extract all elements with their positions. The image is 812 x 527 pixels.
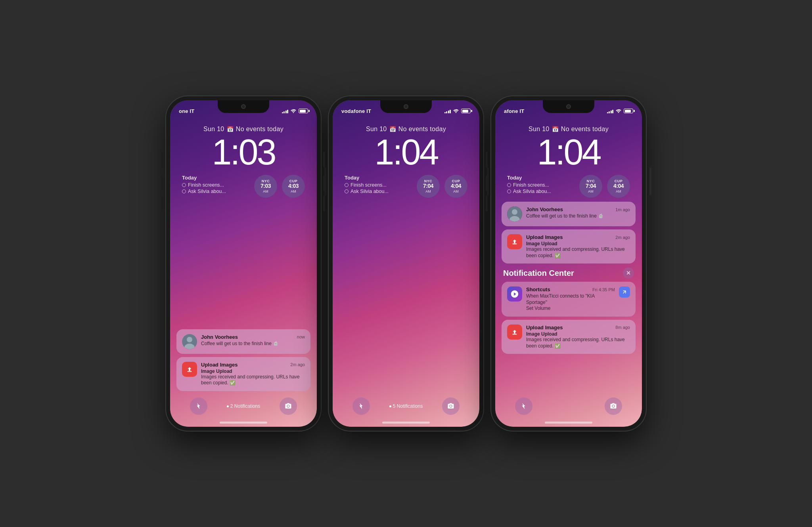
carrier-2: vodafone IT (341, 108, 371, 114)
camera-dot-2 (404, 104, 408, 109)
camera-button-1[interactable] (280, 397, 297, 415)
reminder-1-1: Finish screens... (182, 182, 249, 188)
notif-app-1-2: Upload Images (201, 362, 237, 368)
cup-clock-1: CUP 4:03 AM (282, 175, 305, 198)
nc-header-3: Notification Center ✕ (502, 267, 636, 279)
cup-ampm-2: AM (453, 189, 459, 193)
nyc-ampm-3: AM (588, 189, 594, 193)
notif-header-1-2: Upload Images 2m ago (201, 362, 305, 368)
phone-3: afone IT (491, 96, 646, 431)
notif-content-3-2: Upload Images 2m ago Image Upload Images… (526, 234, 630, 259)
notif-dot-1 (227, 405, 229, 407)
notif-body-1-2: Images received and compressing. URLs ha… (201, 374, 305, 386)
signal-bar-4 (287, 110, 288, 113)
notif-body-3-1: Coffee will get us to the finish line 🍵 (526, 213, 630, 220)
nc-upload-subtitle-3: Image Upload (526, 331, 630, 337)
cup-clock-2: CUP 4:04 AM (444, 175, 467, 198)
nc-title-3: Notification Center (503, 269, 574, 278)
shortcuts-header-3: Shortcuts Fri 4:35 PM (526, 286, 615, 292)
svg-point-1 (187, 337, 192, 342)
notif-count-1: 2 Notifications (227, 403, 260, 409)
cup-time-1: 4:03 (288, 183, 299, 189)
flashlight-button-3[interactable] (515, 397, 532, 415)
cup-time-2: 4:04 (451, 183, 461, 189)
upload-app-icon-3 (507, 234, 522, 249)
no-events-3: No events today (561, 126, 609, 133)
shortcuts-time-3: Fri 4:35 PM (592, 287, 615, 292)
nc-close-button-3[interactable]: ✕ (623, 267, 634, 279)
nc-upload-notif-3[interactable]: Upload Images 8m ago Image Upload Images… (502, 320, 636, 354)
nyc-clock-2: NYC 7:04 AM (417, 175, 440, 198)
date-text-1: Sun 10 (203, 126, 224, 133)
notif-content-1-2: Upload Images 2m ago Image Upload Images… (201, 362, 305, 386)
battery-icon-3 (624, 109, 633, 113)
notifications-area-1: John Voorhees now Coffee will get us to … (170, 329, 317, 391)
battery-icon-1 (299, 109, 308, 113)
today-label-1: Today (182, 175, 249, 181)
reminders-widget-2: Today Finish screens... Ask Silvia abou.… (345, 175, 412, 195)
cup-clock-3: CUP 4:04 AM (607, 175, 630, 198)
flashlight-button-2[interactable] (352, 397, 370, 415)
signal-icon-3 (607, 109, 614, 113)
notif-avatar-1 (182, 334, 197, 349)
bottom-bar-1: 2 Notifications (170, 397, 317, 415)
carrier-1: one IT (179, 108, 194, 114)
cup-ampm-3: AM (616, 189, 621, 193)
notif-card-3-1[interactable]: John Voorhees 1m ago Coffee will get us … (502, 202, 636, 226)
camera-button-3[interactable] (605, 397, 622, 415)
reminder-text-1-1: Finish screens... (188, 182, 224, 188)
notch-1 (218, 100, 269, 113)
nyc-ampm-2: AM (425, 189, 431, 193)
calendar-icon-3: 📅 (552, 126, 559, 132)
lock-content-2: Sun 10 📅 No events today 1:04 Today Fini… (333, 118, 479, 427)
notif-avatar-3 (507, 206, 522, 221)
notif-header-3-1: John Voorhees 1m ago (526, 206, 630, 212)
cup-ampm-1: AM (291, 189, 296, 193)
camera-dot-3 (566, 104, 571, 109)
notif-card-1-2[interactable]: Upload Images 2m ago Image Upload Images… (176, 357, 310, 391)
lock-content-1: Sun 10 📅 No events today 1:03 Today Fini… (170, 118, 317, 427)
reminder-3-2: Ask Silvia abou... (507, 189, 575, 194)
john-avatar-1 (182, 334, 197, 349)
cup-time-3: 4:04 (613, 183, 624, 189)
nc-upload-body-3: Images received and compressing. URLs ha… (526, 337, 630, 349)
nc-upload-app-3: Upload Images (526, 325, 563, 330)
notif-content-3-1: John Voorhees 1m ago Coffee will get us … (526, 206, 630, 220)
carrier-3: afone IT (504, 108, 524, 114)
flashlight-button-1[interactable] (190, 397, 207, 415)
nyc-time-2: 7:04 (423, 183, 433, 189)
notif-time-1-1: now (297, 334, 305, 339)
camera-dot-1 (241, 104, 246, 109)
shortcuts-notif-3[interactable]: Shortcuts Fri 4:35 PM When MaxTicci conn… (502, 282, 636, 317)
nc-upload-header-3: Upload Images 8m ago (526, 325, 630, 330)
today-label-3: Today (507, 175, 575, 181)
notif-content-1-1: John Voorhees now Coffee will get us to … (201, 334, 305, 347)
notif-time-3-1: 1m ago (615, 207, 630, 212)
shortcuts-content-3: Shortcuts Fri 4:35 PM When MaxTicci conn… (526, 286, 615, 312)
camera-button-2[interactable] (442, 397, 460, 415)
nc-upload-icon-3 (507, 325, 522, 340)
battery-icon-2 (461, 109, 471, 113)
shortcuts-app-name-3: Shortcuts (526, 286, 550, 292)
widgets-row-2: Today Finish screens... Ask Silvia abou.… (333, 175, 479, 198)
no-events-2: No events today (398, 126, 446, 133)
reminder-2-2: Ask Silvia abou... (345, 189, 412, 194)
notch-3 (543, 100, 594, 113)
reminder-2-1: Finish screens... (345, 182, 412, 188)
svg-point-6 (512, 209, 517, 215)
notif-app-3-2: Upload Images (526, 234, 563, 240)
nyc-clock-1: NYC 7:03 AM (254, 175, 277, 198)
notif-card-1-1[interactable]: John Voorhees now Coffee will get us to … (176, 329, 310, 354)
notif-card-3-2[interactable]: Upload Images 2m ago Image Upload Images… (502, 229, 636, 264)
time-display-2: 1:04 (374, 134, 437, 170)
notif-sender-1-1: John Voorhees (201, 334, 238, 340)
bottom-bar-3 (495, 397, 642, 415)
reminder-circle-2 (182, 189, 186, 193)
signal-bar-1 (282, 112, 283, 113)
date-text-3: Sun 10 (529, 126, 550, 133)
notif-count-text-2: 5 Notifications (393, 403, 423, 409)
notif-dot-2 (389, 405, 391, 407)
phones-container: one IT (166, 96, 646, 431)
shortcuts-action-3[interactable] (619, 286, 630, 298)
date-line-1: Sun 10 📅 No events today (203, 126, 283, 133)
